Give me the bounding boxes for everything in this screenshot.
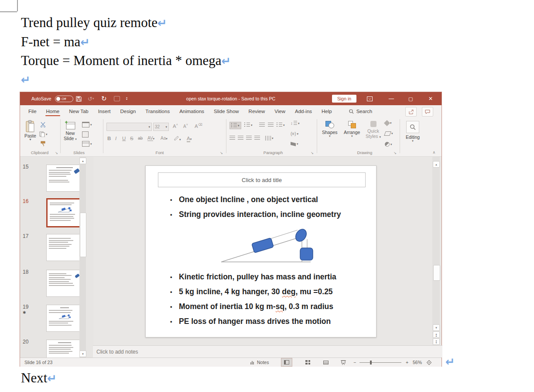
italic-button[interactable]: I [115,136,116,141]
tab-view[interactable]: View [270,105,290,117]
thumbnail-scroll-up-icon[interactable]: ▲ [79,158,86,164]
shapes-button[interactable]: Shapes▾ [322,121,338,138]
zoom-level[interactable]: 56% [413,358,422,367]
thumbnail-scroll-down-icon[interactable]: ▼ [79,351,86,357]
quick-access-toolbar-caret-icon[interactable]: ▾ [126,92,127,105]
bold-button[interactable]: B [107,136,111,141]
numbering-button[interactable]: ▾ [244,123,253,127]
minimize-button[interactable]: — [389,92,394,105]
maximize-button[interactable]: ▢ [408,92,413,105]
shape-effects-button[interactable]: ▾ [385,142,392,147]
save-icon[interactable] [76,92,82,105]
slide-thumbnail-17[interactable] [46,234,82,261]
font-name-combobox[interactable]: ▾ [106,123,152,131]
touch-mode-icon[interactable] [114,92,120,105]
comments-button[interactable] [422,107,433,117]
zoom-slider[interactable] [359,358,401,367]
slideshow-view-button[interactable] [338,358,349,367]
notes-toggle-button[interactable]: Notes [250,358,269,367]
collapse-ribbon-icon[interactable]: ∧ [432,150,435,155]
zoom-slider-thumb[interactable] [370,361,372,364]
slide-title-placeholder[interactable]: Click to add title [158,172,366,187]
tab-add-ins[interactable]: Add-ins [290,105,317,117]
tab-insert[interactable]: Insert [93,105,116,117]
arrange-button[interactable]: Arrange▾ [344,121,360,138]
paste-button[interactable]: Paste▼ [24,120,36,141]
ribbon-display-options-icon[interactable] [367,92,373,105]
slide-scroll-down-icon[interactable]: ▼ [433,324,440,331]
align-left-button[interactable] [229,136,235,141]
reading-view-button[interactable] [320,358,332,367]
fit-to-window-button[interactable] [426,358,432,367]
zoom-in-button[interactable]: + [406,358,408,367]
font-color-button[interactable]: A▾ [187,136,192,141]
bullets-button[interactable]: ▾ [229,122,241,129]
notes-pane[interactable]: Click to add notes [93,345,442,358]
slide-canvas[interactable]: Click to add title •One object Incline ,… [145,165,377,337]
clear-formatting-button[interactable]: A⌫ [195,123,202,129]
new-slide-button[interactable]: New Slide ▾ [64,120,77,141]
decrease-indent-button[interactable] [259,123,265,127]
clipboard-dialog-launcher-icon[interactable]: ↘ [55,151,58,155]
justify-button[interactable] [254,136,260,141]
tab-animations[interactable]: Animations [175,105,209,117]
font-dialog-launcher-icon[interactable]: ↘ [220,151,223,155]
zoom-out-button[interactable]: − [353,358,356,367]
close-button[interactable]: ✕ [428,92,433,105]
incline-pulley-diagram[interactable] [210,225,332,268]
sign-in-button[interactable]: Sign in [332,92,356,105]
next-slide-icon[interactable]: ▼▼ [433,338,440,345]
slide-thumbnail-20[interactable] [46,340,82,358]
align-right-button[interactable] [246,136,252,141]
grow-font-button[interactable]: A˄ [173,123,178,129]
list-level-button[interactable]: ▾ [277,123,285,127]
cut-button[interactable] [40,122,46,127]
tab-new-tab[interactable]: New Tab [64,105,93,117]
copy-button[interactable]: ▾ [39,131,48,137]
slide-thumbnail-16[interactable] [46,198,82,227]
autosave-toggle[interactable]: Off [55,92,73,105]
shrink-font-button[interactable]: A˅ [183,123,188,129]
tab-home[interactable]: Home [41,105,65,117]
slide-sorter-view-button[interactable] [302,358,313,367]
search-box[interactable]: Search [349,109,372,114]
slide-scrollbar-thumb[interactable] [433,265,440,281]
convert-to-smartart-button[interactable]: ▾ [291,142,298,146]
slide-scroll-up-icon[interactable]: ▲ [433,161,440,168]
tab-transitions[interactable]: Transitions [140,105,175,117]
tab-review[interactable]: Review [244,105,270,117]
slide-scrollbar[interactable] [432,157,440,345]
redo-icon[interactable]: ↻ [101,92,107,105]
increase-indent-button[interactable] [268,123,274,127]
paragraph-dialog-launcher-icon[interactable]: ↘ [311,151,314,155]
quick-styles-button[interactable]: Quick Styles ▾ [366,121,381,139]
section-button[interactable]: ▾ [82,141,92,147]
editing-button[interactable]: Editing▾ [406,121,420,142]
thumbnail-scrollbar-thumb[interactable] [80,213,86,257]
character-spacing-button[interactable]: AV▾ [147,136,154,141]
slide-thumbnail-15[interactable] [46,165,82,192]
tab-help[interactable]: Help [317,105,337,117]
columns-button[interactable]: ▾ [265,136,274,141]
strikethrough-button[interactable]: S [130,136,134,141]
reset-slide-button[interactable] [82,131,89,138]
previous-slide-icon[interactable]: ▲▲ [433,331,440,338]
tab-design[interactable]: Design [116,105,141,117]
underline-button[interactable]: U [122,136,126,141]
format-painter-button[interactable] [40,141,46,147]
change-case-button[interactable]: Aa▾ [161,136,168,141]
thumbnail-scrollbar[interactable] [79,157,86,358]
font-size-combobox[interactable]: 32▾ [153,123,169,131]
share-button[interactable] [405,107,417,117]
tab-file[interactable]: File [24,105,41,117]
normal-view-button[interactable] [281,358,292,367]
text-direction-button[interactable]: (≡)▾ [291,131,298,136]
slide-thumbnail-19[interactable] [46,305,82,332]
slide-thumbnail-18[interactable] [46,270,82,297]
tab-slide-show[interactable]: Slide Show [209,105,244,117]
text-shadow-button[interactable]: ab [138,136,143,141]
shape-outline-button[interactable]: ▾ [385,131,393,136]
line-spacing-button[interactable]: ↕▾ [291,121,300,126]
align-center-button[interactable] [238,136,243,141]
shape-fill-button[interactable]: ▾ [385,121,392,125]
